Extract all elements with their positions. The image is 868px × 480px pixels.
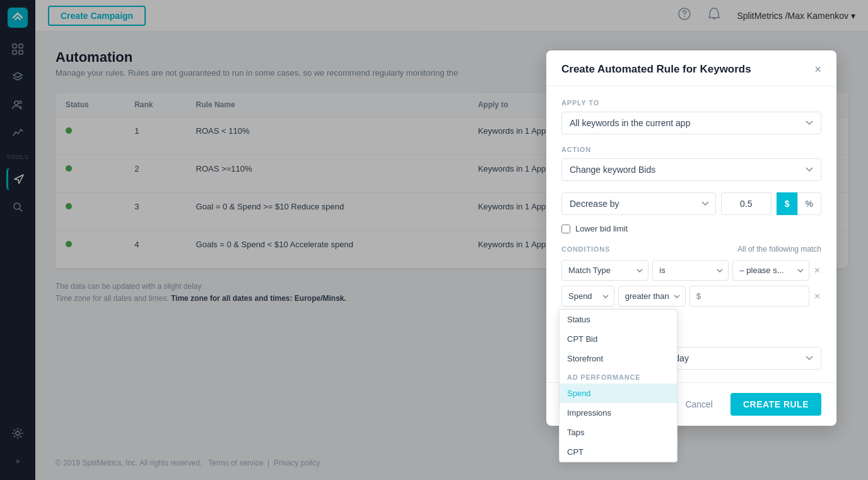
condition-operator-2[interactable]: greater than [618, 286, 686, 307]
action-select[interactable]: Change keyword Bids [561, 158, 821, 181]
dropdown-item-status[interactable]: Status [560, 310, 677, 329]
condition-row-2: Spend greater than × [561, 286, 821, 307]
action-label: ACTION [561, 146, 821, 153]
condition-field-dropdown: Status CPT Bid Storefront AD PERFORMANCE… [559, 309, 677, 462]
dropdown-item-impressions[interactable]: Impressions [560, 403, 677, 423]
dropdown-item-taps[interactable]: Taps [560, 423, 677, 442]
conditions-label: CONDITIONS [561, 245, 610, 253]
condition-remove-2[interactable]: × [813, 291, 821, 301]
cancel-button[interactable]: Cancel [675, 394, 723, 414]
amount-input[interactable] [721, 192, 771, 215]
modal-title: Create Automated Rule for Keywords [561, 63, 751, 76]
condition-row-1: Match Type is – please s... × [561, 260, 821, 281]
condition-value-1[interactable]: – please s... [732, 260, 809, 281]
action-group: ACTION Change keyword Bids [561, 146, 821, 181]
decrease-by-select[interactable]: Decrease by [561, 192, 716, 215]
lower-bid-checkbox[interactable] [561, 225, 570, 233]
currency-toggle: $ % [777, 192, 821, 215]
conditions-header: CONDITIONS All of the following match [561, 245, 821, 254]
lower-bid-label[interactable]: Lower bid limit [575, 224, 628, 233]
create-rule-button[interactable]: CREATE RULE [730, 393, 821, 416]
dropdown-section-label: AD PERFORMANCE [560, 368, 677, 383]
dollar-btn[interactable]: $ [777, 192, 797, 215]
conditions-match: All of the following match [737, 245, 821, 254]
percent-btn[interactable]: % [797, 192, 821, 215]
amount-row: Decrease by $ % [561, 192, 821, 215]
dropdown-item-cpt[interactable]: CPT [560, 442, 677, 462]
dropdown-item-cpt-bid[interactable]: CPT Bid [560, 329, 677, 349]
dropdown-item-storefront[interactable]: Storefront [560, 349, 677, 368]
condition-operator-1[interactable]: is [652, 260, 729, 281]
apply-to-label: APPLY TO [561, 99, 821, 107]
dropdown-item-spend[interactable]: Spend [560, 383, 677, 403]
condition-field-1[interactable]: Match Type [561, 260, 648, 281]
condition-field-2[interactable]: Spend [561, 286, 614, 307]
condition-value-2[interactable] [689, 286, 809, 307]
modal-close-button[interactable]: × [814, 64, 821, 75]
condition-remove-1[interactable]: × [813, 266, 821, 276]
lower-bid-row: Lower bid limit [561, 224, 821, 233]
apply-to-select[interactable]: All keywords in the current app [561, 112, 821, 134]
modal-header: Create Automated Rule for Keywords × [546, 50, 836, 86]
apply-to-group: APPLY TO All keywords in the current app [561, 99, 821, 134]
